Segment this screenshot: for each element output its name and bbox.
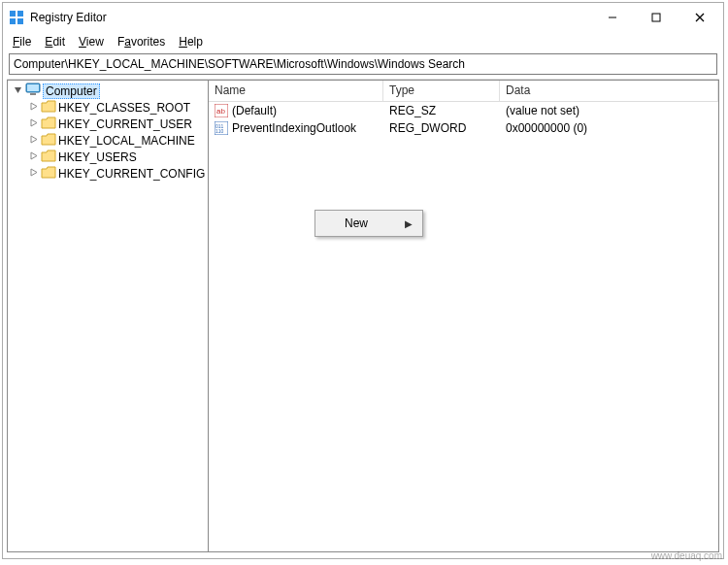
window-controls (590, 4, 721, 31)
tree-key-hkcu[interactable]: HKEY_CURRENT_USER (8, 116, 208, 132)
svg-rect-0 (10, 11, 16, 17)
menu-file[interactable]: File (7, 34, 37, 50)
tree-panel[interactable]: Computer HKEY_CLASSES_ROOT HKEY_CURRENT_… (7, 80, 209, 552)
value-type: REG_SZ (383, 104, 500, 117)
app-icon (9, 10, 24, 25)
folder-icon (41, 133, 56, 149)
tree-key-label: HKEY_LOCAL_MACHINE (58, 134, 195, 148)
submenu-arrow-icon: ▶ (405, 218, 413, 229)
value-row[interactable]: 011110 PreventIndexingOutlook REG_DWORD … (209, 119, 718, 137)
context-menu-new[interactable]: New ▶ (317, 213, 420, 234)
value-data: 0x00000000 (0) (500, 121, 718, 135)
expand-icon[interactable] (27, 151, 39, 162)
address-path: Computer\HKEY_LOCAL_MACHINE\SOFTWARE\Mic… (14, 57, 465, 71)
menubar: File Edit View Favorites Help (3, 32, 723, 51)
col-header-data[interactable]: Data (500, 81, 718, 101)
expand-icon[interactable] (27, 135, 39, 146)
col-header-type[interactable]: Type (383, 81, 500, 101)
menu-help[interactable]: Help (173, 34, 209, 50)
svg-rect-10 (30, 93, 36, 95)
computer-icon (25, 83, 41, 99)
expand-icon[interactable] (27, 118, 39, 129)
tree-key-label: HKEY_CURRENT_CONFIG (58, 167, 205, 181)
content-area: Computer HKEY_CLASSES_ROOT HKEY_CURRENT_… (7, 79, 719, 552)
collapse-icon[interactable] (12, 85, 23, 96)
context-menu-new-label: New (345, 216, 368, 230)
folder-icon (41, 100, 56, 116)
values-panel[interactable]: Name Type Data ab (Default) REG_SZ (valu… (209, 80, 719, 552)
tree-key-hku[interactable]: HKEY_USERS (8, 149, 208, 165)
svg-text:110: 110 (215, 128, 224, 134)
maximize-button[interactable] (634, 4, 678, 31)
list-rows: ab (Default) REG_SZ (value not set) 0111… (209, 102, 718, 551)
folder-icon (41, 150, 56, 165)
menu-favorites[interactable]: Favorites (112, 34, 171, 50)
tree-key-label: HKEY_CURRENT_USER (58, 117, 192, 131)
list-header: Name Type Data (209, 81, 718, 102)
close-button[interactable] (678, 4, 721, 31)
svg-rect-2 (10, 18, 16, 24)
svg-text:ab: ab (216, 107, 225, 116)
value-data: (value not set) (500, 104, 718, 117)
svg-rect-9 (27, 84, 39, 91)
tree-root-label[interactable]: Computer (43, 83, 100, 99)
folder-icon (41, 166, 56, 182)
tree-key-label: HKEY_CLASSES_ROOT (58, 101, 190, 115)
value-name: (Default) (232, 104, 277, 117)
titlebar: Registry Editor (3, 3, 723, 32)
value-row[interactable]: ab (Default) REG_SZ (value not set) (209, 102, 718, 119)
registry-editor-window: Registry Editor File Edit View Favorites… (2, 2, 724, 559)
svg-rect-1 (17, 11, 23, 17)
tree-key-label: HKEY_USERS (58, 150, 137, 164)
binary-value-icon: 011110 (215, 121, 228, 135)
menu-view[interactable]: View (73, 34, 110, 50)
expand-icon[interactable] (27, 168, 39, 179)
menu-edit[interactable]: Edit (39, 34, 71, 50)
value-type: REG_DWORD (383, 121, 500, 135)
watermark: www.deuaq.com (651, 550, 722, 561)
folder-icon (41, 116, 56, 132)
svg-rect-3 (17, 18, 23, 24)
tree-key-hklm[interactable]: HKEY_LOCAL_MACHINE (8, 132, 208, 149)
col-header-name[interactable]: Name (209, 81, 383, 101)
minimize-button[interactable] (590, 4, 634, 31)
value-name: PreventIndexingOutlook (232, 121, 356, 135)
window-title: Registry Editor (30, 11, 590, 24)
tree-key-hkcr[interactable]: HKEY_CLASSES_ROOT (8, 99, 208, 116)
string-value-icon: ab (215, 104, 228, 117)
context-menu[interactable]: New ▶ (314, 210, 423, 237)
tree-root[interactable]: Computer (8, 83, 208, 99)
tree-key-hkcc[interactable]: HKEY_CURRENT_CONFIG (8, 165, 208, 182)
address-bar[interactable]: Computer\HKEY_LOCAL_MACHINE\SOFTWARE\Mic… (9, 53, 717, 75)
svg-rect-5 (652, 14, 660, 21)
expand-icon[interactable] (27, 102, 39, 113)
